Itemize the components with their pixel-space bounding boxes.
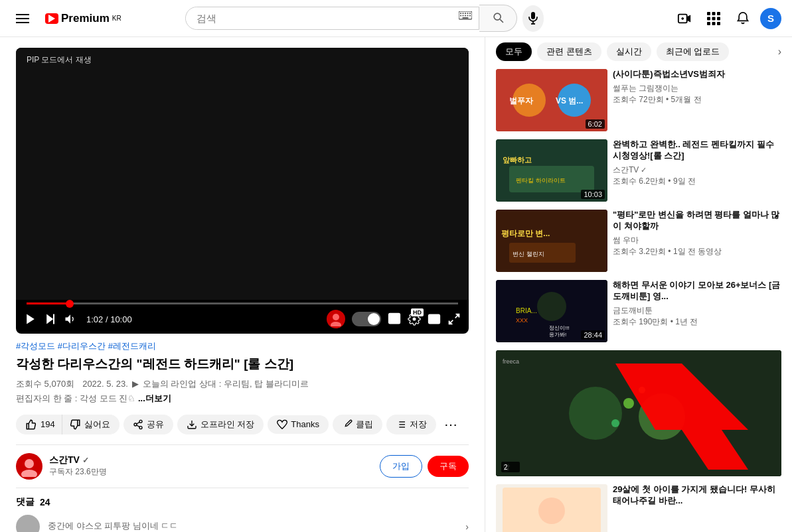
svg-text:변신 챌린지: 변신 챌린지 <box>513 251 544 257</box>
svg-point-78 <box>569 387 622 440</box>
video-screen[interactable] <box>16 48 469 300</box>
play-button[interactable] <box>24 312 37 326</box>
filter-chip-live[interactable]: 실시간 <box>607 42 651 61</box>
svg-text:XXX: XXX <box>516 317 528 324</box>
sidebar-info-1: (사이다툰)즉법소년VS범죄자 썰푸는 그림쟁이는 조회수 72만회 • 5개월… <box>613 69 781 131</box>
svg-rect-29 <box>712 22 716 25</box>
save-button[interactable]: 저장 <box>386 415 436 434</box>
hamburger-menu-button[interactable] <box>11 7 35 31</box>
sidebar-item-5-large[interactable]: 말 freeca 2 <box>496 350 781 476</box>
subscribe-button[interactable]: 구독 <box>428 456 469 477</box>
svg-point-82 <box>639 387 645 393</box>
progress-bar[interactable] <box>27 302 458 304</box>
youtube-icon <box>45 13 58 24</box>
avatar[interactable]: S <box>760 8 781 29</box>
video-controls: 1:02 / 10:00 <box>16 304 469 334</box>
notifications-button[interactable] <box>731 7 755 31</box>
svg-point-35 <box>333 314 339 320</box>
filter-chip-related[interactable]: 관련 콘텐츠 <box>537 42 601 61</box>
clip-button[interactable]: 클립 <box>333 415 382 434</box>
large-thumbnail-5: 말 freeca 2 <box>496 350 781 476</box>
fullscreen-button[interactable] <box>447 312 461 326</box>
filter-chip-all[interactable]: 모두 <box>496 42 532 61</box>
sidebar-meta-1: 조회수 72만회 • 5개월 전 <box>613 94 781 105</box>
progress-fill <box>27 302 70 304</box>
header: PremiumKR <box>0 0 792 37</box>
verified-icon: ✓ <box>82 456 89 465</box>
dislike-button[interactable]: 싫어요 <box>62 415 119 434</box>
svg-line-47 <box>136 422 139 424</box>
filter-chip-recent[interactable]: 최근에 업로드 <box>657 42 730 61</box>
search-area <box>185 5 544 32</box>
sidebar-duration-2: 10:03 <box>581 190 605 199</box>
offline-save-button[interactable]: 오프라인 저장 <box>177 415 264 434</box>
search-button[interactable] <box>479 5 517 32</box>
svg-point-44 <box>134 423 137 426</box>
video-meta: 조회수 5,070회 2022. 5. 23. ▶ 오늘의 라인업 상대 : 우… <box>16 378 469 390</box>
more-link[interactable]: ...더보기 <box>138 393 171 403</box>
svg-rect-39 <box>429 314 440 323</box>
svg-point-81 <box>611 419 619 427</box>
svg-text:응가봐!: 응가봐! <box>549 332 566 338</box>
share-label: 공유 <box>147 419 164 431</box>
like-button[interactable]: 194 <box>16 415 62 434</box>
svg-rect-9 <box>460 15 461 17</box>
svg-point-79 <box>639 393 685 440</box>
join-button[interactable]: 가입 <box>380 455 422 478</box>
play-triangle-icon <box>48 15 55 23</box>
miniplayer-button[interactable] <box>388 312 401 326</box>
video-player[interactable]: PIP 모드에서 재생 <box>16 48 469 334</box>
svg-rect-12 <box>467 15 468 17</box>
svg-rect-7 <box>467 13 468 14</box>
sidebar-thumb-3: 평타로만 변... 변신 챌린지 <box>496 210 607 272</box>
svg-rect-26 <box>712 17 716 20</box>
volume-button[interactable] <box>64 312 77 326</box>
sidebar-thumb-1: 벌푸자 VS 범... 6:02 <box>496 69 607 131</box>
svg-point-80 <box>623 398 634 409</box>
sidebar-item-1[interactable]: 벌푸자 VS 범... 6:02 (사이다툰)즉법소년VS범죄자 썰푸는 그림쟁… <box>496 69 781 131</box>
comments-label: 댓글 <box>16 496 35 508</box>
svg-point-71 <box>537 292 566 321</box>
comment-arrow[interactable]: › <box>465 521 469 532</box>
thanks-label: Thanks <box>291 419 319 429</box>
share-button[interactable]: 공유 <box>123 415 173 434</box>
svg-text:VS 범...: VS 범... <box>556 96 583 105</box>
sidebar-item-6[interactable]: 아기 얼굴 29살에 첫 아이를 가지게 됐습니다! 무사히 태어나주길 바란.… <box>496 484 781 532</box>
filter-arrow-button[interactable]: › <box>778 46 781 58</box>
pip-label: PIP 모드에서 재생 <box>27 54 92 66</box>
more-actions-button[interactable]: ⋯ <box>440 413 461 436</box>
svg-marker-31 <box>27 314 35 324</box>
next-button[interactable] <box>44 312 57 326</box>
sidebar-item-3[interactable]: 평타로만 변... 변신 챌린지 "평타"로만 변신을 하려면 평타를 얼마나 … <box>496 210 781 272</box>
sidebar-item-2[interactable]: 앞빠하고 펜타킬 하이라이트 10:03 완벽하고 완벽한.. 레전드 펜타킬까… <box>496 139 781 202</box>
search-input[interactable] <box>186 7 451 29</box>
comment-preview[interactable]: 중간에 야스오 피투팡 님이네 ㄷㄷ <box>48 517 452 532</box>
clip-label: 클립 <box>356 419 373 431</box>
svg-rect-14 <box>462 17 468 19</box>
sidebar-title-3: "평타"로만 변신을 하려면 평타를 얼마나 많이 쳐야할까 <box>613 210 781 232</box>
create-button[interactable] <box>673 7 696 31</box>
svg-rect-11 <box>465 15 466 17</box>
thanks-button[interactable]: Thanks <box>268 415 329 434</box>
apps-button[interactable] <box>702 7 726 31</box>
play-icon: ▶ <box>132 379 139 389</box>
main-content: PIP 모드에서 재생 <box>0 37 792 532</box>
channel-row: 스간TV ✓ 구독자 23.6만명 가입 구독 <box>16 444 469 488</box>
channel-avatar[interactable] <box>16 453 42 480</box>
theater-mode-button[interactable] <box>428 312 441 326</box>
video-section: PIP 모드에서 재생 <box>0 37 485 532</box>
sidebar-item-4[interactable]: BRIA... XXX 정신이!!! 응가봐! 28:44 해하면 무서운 이야… <box>496 280 781 342</box>
autoplay-toggle[interactable] <box>352 312 381 326</box>
keyboard-icon[interactable] <box>452 11 479 25</box>
sidebar-title-2: 완벽하고 완벽한.. 레전드 펜타킬까지 필수 시청영상![롤 스간] <box>613 139 781 162</box>
settings-button[interactable]: HD <box>408 312 421 326</box>
svg-rect-22 <box>707 12 710 15</box>
microphone-button[interactable] <box>522 5 544 32</box>
svg-line-46 <box>136 425 139 427</box>
sidebar-channel-4: 금도깨비툰 <box>613 305 781 316</box>
like-dislike-group: 194 싫어요 <box>16 415 119 434</box>
sidebar-thumb-2: 앞빠하고 펜타킬 하이라이트 10:03 <box>496 139 607 202</box>
svg-point-43 <box>139 420 142 423</box>
youtube-logo[interactable]: PremiumKR <box>45 12 121 25</box>
svg-point-45 <box>139 426 142 429</box>
